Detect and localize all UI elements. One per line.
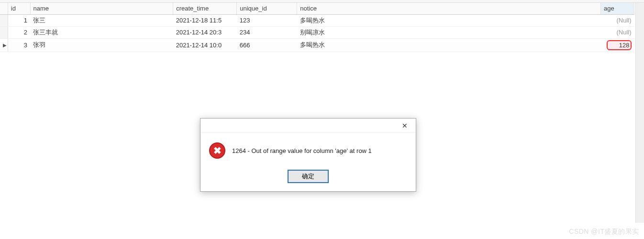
close-icon: ✕ <box>402 122 408 130</box>
age-value: (Null) <box>616 17 631 24</box>
cell-id[interactable]: 1 <box>8 14 30 26</box>
cell-age[interactable]: 128 <box>600 38 634 52</box>
row-marker: ▶ <box>0 38 8 52</box>
col-notice-head[interactable]: notice <box>297 3 601 14</box>
row-marker <box>0 14 8 26</box>
table-row[interactable]: 1张三2021-12-18 11:5123多喝热水(Null) <box>0 14 634 26</box>
cell-id[interactable]: 3 <box>8 38 30 52</box>
cell-unique-id[interactable]: 234 <box>237 26 297 38</box>
cell-unique-id[interactable]: 123 <box>237 14 297 26</box>
ok-button[interactable]: 确定 <box>288 170 328 183</box>
cell-notice[interactable]: 多喝热水 <box>297 38 601 52</box>
cell-name[interactable]: 张三丰就 <box>30 26 173 38</box>
error-glyph: ✖ <box>213 145 222 156</box>
row-marker <box>0 26 8 38</box>
cell-create-time[interactable]: 2021-12-18 11:5 <box>173 14 237 26</box>
table-row[interactable]: ▶3张羽2021-12-14 10:0666多喝热水128 <box>0 38 634 52</box>
col-create-time-head[interactable]: create_time <box>173 3 237 14</box>
dialog-actions: 确定 <box>200 170 416 191</box>
dialog-titlebar: ✕ <box>200 119 416 133</box>
table-row[interactable]: 2张三丰就2021-12-14 20:3234别喝凉水(Null) <box>0 26 634 38</box>
cell-age[interactable]: (Null) <box>600 14 634 26</box>
dialog-body: ✖ 1264 - Out of range value for column '… <box>200 133 416 170</box>
col-age-head[interactable]: age <box>600 3 634 14</box>
cell-create-time[interactable]: 2021-12-14 20:3 <box>173 26 237 38</box>
cell-notice[interactable]: 多喝热水 <box>297 14 601 26</box>
age-highlight: 128 <box>607 40 632 50</box>
error-icon: ✖ <box>209 142 225 159</box>
close-button[interactable]: ✕ <box>398 120 412 131</box>
cell-create-time[interactable]: 2021-12-14 10:0 <box>173 38 237 52</box>
cell-name[interactable]: 张三 <box>30 14 173 26</box>
age-value: (Null) <box>616 29 631 36</box>
cell-unique-id[interactable]: 666 <box>237 38 297 52</box>
col-unique-id-head[interactable]: unique_id <box>237 3 297 14</box>
vertical-scrollbar[interactable] <box>635 3 644 223</box>
cell-id[interactable]: 2 <box>8 26 30 38</box>
watermark: CSDN @IT盛夏的果实 <box>569 228 639 236</box>
cell-notice[interactable]: 别喝凉水 <box>297 26 601 38</box>
cell-age[interactable]: (Null) <box>600 26 634 38</box>
col-id-head[interactable]: id <box>8 3 30 14</box>
col-marker-head[interactable] <box>0 3 8 14</box>
dialog-message: 1264 - Out of range value for column 'ag… <box>232 147 372 154</box>
header-row: id name create_time unique_id notice age <box>0 3 634 14</box>
data-grid: id name create_time unique_id notice age… <box>0 3 634 52</box>
cell-name[interactable]: 张羽 <box>30 38 173 52</box>
col-name-head[interactable]: name <box>30 3 173 14</box>
error-dialog: ✕ ✖ 1264 - Out of range value for column… <box>200 118 416 192</box>
